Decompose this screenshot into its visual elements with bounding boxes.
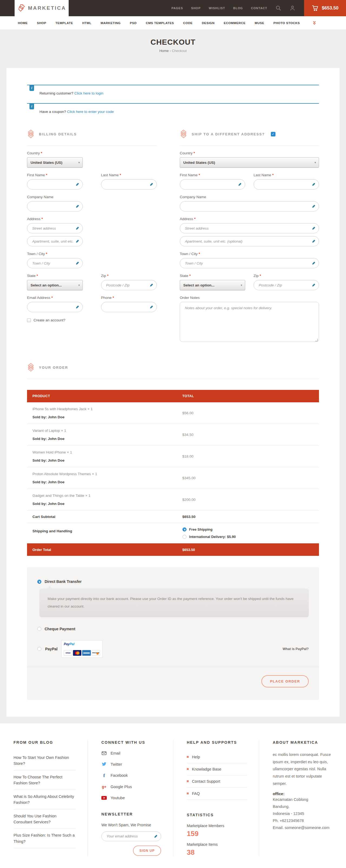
cart-subtotal-label: Cart Subtotal xyxy=(27,515,182,519)
topnav-contact[interactable]: CONTACT xyxy=(251,6,267,10)
paypal-method: PayPal PayPal VISA DISCOVER What is PayP… xyxy=(37,640,309,658)
shipping-zip-input[interactable] xyxy=(253,280,319,290)
billing-town-input[interactable] xyxy=(27,258,83,268)
billing-street-input[interactable] xyxy=(27,223,83,234)
blog-link[interactable]: How To Start Your Own Fashion Store? xyxy=(13,751,76,771)
youtube-link[interactable]: Youtube xyxy=(101,796,161,800)
nav-cms-templates[interactable]: CMS TEMPLATES xyxy=(146,21,174,25)
radio-unselected[interactable] xyxy=(182,535,186,539)
shipping-street-input[interactable] xyxy=(180,223,319,234)
sign-up-button[interactable]: SIGN UP xyxy=(133,845,161,856)
radio-selected[interactable] xyxy=(37,580,41,584)
billing-last-name-input[interactable] xyxy=(101,179,157,189)
what-is-paypal-link[interactable]: What is PayPal? xyxy=(282,647,309,651)
nav-marketing[interactable]: MARKETING xyxy=(101,21,120,25)
facebook-link[interactable]: f Facebook xyxy=(101,773,161,778)
option-label: International Delivery: $5.90 xyxy=(189,535,236,539)
nav-template[interactable]: TEMPLATE xyxy=(56,21,73,25)
help-link[interactable]: Contact Support xyxy=(187,775,247,787)
info-icon: i xyxy=(30,85,34,91)
billing-country-select[interactable]: United States (US) ▾ xyxy=(27,157,83,167)
blog-link[interactable]: Should You Use Fashion Consultant Servic… xyxy=(13,809,76,829)
login-link[interactable]: Click here to login xyxy=(74,91,103,95)
your-order-heading-row: YOUR ORDER xyxy=(27,363,319,379)
topnav-blog[interactable]: BLOG xyxy=(233,6,243,10)
nav-home[interactable]: HOME xyxy=(18,21,28,25)
chevrons-down-icon[interactable] xyxy=(312,21,316,26)
newsletter-heading: NEWSLETTER xyxy=(101,812,161,816)
coupon-link[interactable]: Click here to enter your code xyxy=(67,110,114,114)
nav-design[interactable]: DESIGN xyxy=(202,21,215,25)
google-plus-link[interactable]: g+ Google Plus xyxy=(101,785,161,789)
radio-unselected[interactable] xyxy=(37,627,41,631)
billing-apartment-input[interactable] xyxy=(27,236,83,246)
account-icon[interactable] xyxy=(289,5,296,11)
nav-ecommerce[interactable]: ECOMMERCE xyxy=(224,21,246,25)
shipping-first-name-group: First Name * xyxy=(180,167,245,189)
newsletter-email-input[interactable] xyxy=(101,832,161,841)
billing-email-input[interactable] xyxy=(27,302,83,312)
cart-button[interactable]: $653.50 xyxy=(304,0,346,16)
billing-last-name-group: Last Name * xyxy=(101,167,157,189)
help-link[interactable]: Help xyxy=(187,751,247,763)
product-name: Variant of Laptop × 1 xyxy=(32,429,182,433)
breadcrumb-home[interactable]: Home xyxy=(159,49,169,53)
shipping-country-select[interactable]: United States (US) ▾ xyxy=(180,157,319,167)
topnav-wishlist[interactable]: WISHLIST xyxy=(209,6,225,10)
nav-muse[interactable]: MUSE xyxy=(255,21,264,25)
edit-pen-icon xyxy=(75,305,79,309)
topnav-pages[interactable]: PAGES xyxy=(171,6,183,10)
place-order-button[interactable]: PLACE ORDER xyxy=(262,675,309,687)
radio-unselected[interactable] xyxy=(37,647,41,651)
nav-photo-stocks[interactable]: PHOTO STOCKS xyxy=(274,21,300,25)
shipping-street-field xyxy=(180,223,319,234)
topnav-shop[interactable]: SHOP xyxy=(191,6,201,10)
help-link[interactable]: Knowladge Base xyxy=(187,763,247,775)
billing-first-name-input[interactable] xyxy=(27,179,83,189)
help-link[interactable]: FAQ xyxy=(187,787,247,800)
billing-company-input[interactable] xyxy=(27,201,83,212)
shipping-apartment-input[interactable] xyxy=(180,236,319,246)
billing-phone-input[interactable] xyxy=(101,302,157,312)
free-shipping-option[interactable]: Free Shipping xyxy=(182,527,236,531)
product-total: $18.00 xyxy=(182,450,194,462)
international-delivery-option[interactable]: International Delivery: $5.90 xyxy=(182,535,236,539)
stacked-diamonds-icon xyxy=(180,129,187,139)
connect-heading: CONNECT WITH US xyxy=(101,740,161,745)
blog-link[interactable]: Plus Size Fashion: Is There Such a Thing… xyxy=(13,829,76,848)
radio-selected[interactable] xyxy=(182,527,186,531)
billing-state-select[interactable]: Select an option... ▾ xyxy=(27,280,83,290)
bank-transfer-method[interactable]: Direct Bank Transfer xyxy=(37,579,309,584)
twitter-link[interactable]: Twitter xyxy=(101,762,161,767)
social-label: Facebook xyxy=(110,773,128,778)
cheque-method[interactable]: Cheque Payment xyxy=(37,627,309,631)
footer-about-column: ABOUT MARKETICA ec mollis lorem consequa… xyxy=(259,740,346,857)
shipping-first-name-input[interactable] xyxy=(180,179,245,189)
email-link[interactable]: Email xyxy=(101,751,161,755)
search-icon[interactable] xyxy=(275,5,281,11)
nav-code[interactable]: CODE xyxy=(183,21,193,25)
logo[interactable]: MARKETICA xyxy=(14,0,69,18)
blog-link[interactable]: How To Choose The Perfect Fashion Store? xyxy=(13,771,76,790)
shipping-company-input[interactable] xyxy=(180,201,319,212)
blog-link[interactable]: What is So Alluring About Celebrity Fash… xyxy=(13,790,76,809)
method-label: Cheque Payment xyxy=(45,627,75,631)
discover-icon: DISCOVER xyxy=(92,650,100,656)
required-mark: * xyxy=(36,274,38,278)
shipping-town-input[interactable] xyxy=(180,258,319,268)
paypal-wordmark: PayPal xyxy=(64,642,100,646)
nav-html[interactable]: HTML xyxy=(82,21,91,25)
order-notes-textarea[interactable] xyxy=(180,302,319,342)
billing-first-name-group: First Name * xyxy=(27,167,83,189)
shipping-last-name-input[interactable] xyxy=(253,179,319,189)
order-notes-label: Order Notes xyxy=(180,296,319,300)
edit-pen-icon xyxy=(312,226,316,230)
social-label: Email xyxy=(110,751,120,755)
nav-shop[interactable]: SHOP xyxy=(37,21,46,25)
shipping-state-select[interactable]: Select an option... ▾ xyxy=(180,280,245,290)
create-account-checkbox[interactable] xyxy=(27,318,31,322)
billing-zip-input[interactable] xyxy=(101,280,157,290)
ship-different-checkbox[interactable]: ✓ xyxy=(271,132,275,136)
nav-psd[interactable]: PSD xyxy=(130,21,137,25)
label-text: Email Address xyxy=(27,296,50,300)
